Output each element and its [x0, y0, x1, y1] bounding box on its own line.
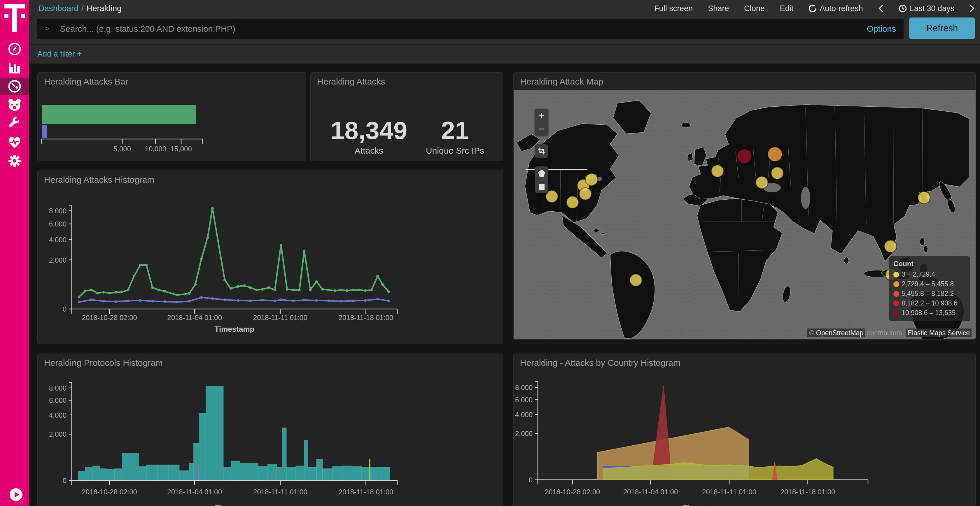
bear-icon	[7, 98, 22, 112]
clone-button[interactable]: Clone	[744, 4, 765, 13]
sidebar-collapse-button[interactable]	[10, 488, 22, 501]
svg-text:0: 0	[529, 476, 533, 484]
svg-text:6,000: 6,000	[49, 220, 67, 228]
metric-label: Unique Src IPs	[418, 146, 492, 155]
svg-text:8,000: 8,000	[49, 207, 67, 215]
auto-refresh-button[interactable]: Auto-refresh	[808, 4, 863, 13]
panel-protocols-histogram: Heralding Protocols Histogram 02,0004,00…	[37, 354, 503, 506]
elastic-maps-service-link[interactable]: Elastic Maps Service	[906, 328, 972, 337]
legend-item[interactable]: 2,729.4 – 5,455.8	[893, 279, 966, 289]
svg-text:6,000: 6,000	[49, 397, 67, 404]
svg-text:2018-11-04 01:00: 2018-11-04 01:00	[167, 314, 222, 322]
kibana-dashboard: Dashboard/Heralding Full screen Share Cl…	[0, 0, 980, 506]
sidebar-item-dashboard[interactable]	[0, 78, 29, 95]
sidebar-item-tpot[interactable]	[0, 97, 29, 113]
map-draw-polygon-button[interactable]	[535, 167, 548, 180]
telekom-logo[interactable]	[5, 4, 25, 33]
plus-icon: +	[77, 49, 82, 58]
svg-text:2018-10-28 02:00: 2018-10-28 02:00	[82, 488, 137, 496]
sidebar-item-monitoring[interactable]	[0, 134, 29, 151]
attack-location-marker	[756, 176, 768, 189]
svg-text:2018-11-11 01:00: 2018-11-11 01:00	[702, 488, 756, 496]
refresh-button[interactable]: Refresh	[909, 17, 975, 39]
play-circle-icon	[10, 488, 22, 501]
panel-title: Heralding Attacks Bar	[44, 77, 128, 87]
gear-icon	[8, 154, 21, 168]
sidebar-item-management[interactable]	[0, 152, 29, 169]
share-button[interactable]: Share	[708, 4, 729, 13]
map-fit-bounds-button[interactable]	[535, 144, 548, 158]
legend-item[interactable]: 8,182.2 – 10,908.6	[893, 298, 966, 308]
svg-text:Timestamp: Timestamp	[215, 325, 255, 333]
svg-text:5,000: 5,000	[113, 145, 131, 153]
attack-location-marker	[711, 165, 724, 177]
svg-text:Timestamp: Timestamp	[215, 504, 255, 506]
attack-location-marker	[630, 274, 642, 286]
panel-title: Heralding Attacks	[317, 77, 385, 87]
svg-text:6,000: 6,000	[515, 396, 533, 404]
metric-unique-src-ips: 21 Unique Src IPs	[418, 118, 492, 155]
legend-label: 5,455.8 – 8,182.2	[902, 290, 954, 298]
search-input[interactable]	[59, 24, 867, 34]
attack-location-marker	[566, 196, 579, 208]
time-range-picker[interactable]: Last 30 days	[899, 4, 955, 13]
sidebar-item-visualize[interactable]	[0, 59, 29, 76]
chevron-left-icon	[878, 5, 883, 13]
panel-attacks-metric: Heralding Attacks 18,349 Attacks 21 Uniq…	[310, 72, 503, 161]
country-histogram-chart: 02,0004,0006,0008,0002018-10-28 02:00201…	[514, 354, 975, 506]
legend-item[interactable]: 10,908.6 – 13,635	[893, 308, 966, 318]
map-draw-rectangle-button[interactable]	[535, 180, 548, 193]
attack-location-marker	[885, 240, 897, 252]
panel-attacks-bar: Heralding Attacks Bar 5,00010,00015,000 …	[37, 72, 306, 161]
world-map[interactable]: + −	[514, 90, 975, 339]
svg-text:8,000: 8,000	[515, 384, 533, 392]
svg-text:2018-11-04 01:00: 2018-11-04 01:00	[167, 488, 222, 496]
svg-text:15,000: 15,000	[170, 145, 192, 153]
query-bar: >_ Options Refresh	[29, 17, 980, 44]
panel-attack-map: Heralding Attack Map + −	[513, 72, 975, 339]
svg-text:2018-10-28 02:00: 2018-10-28 02:00	[545, 488, 600, 496]
bar-chart-icon	[8, 61, 21, 75]
attack-location-marker	[737, 149, 752, 163]
panel-title: Heralding Attacks Histogram	[44, 175, 154, 185]
metric-value: 18,349	[320, 118, 418, 143]
legend-label: 2,729.4 – 5,455.8	[902, 280, 954, 288]
metric-attacks: 18,349 Attacks	[320, 118, 418, 155]
time-forward-button[interactable]	[969, 5, 975, 13]
map-zoom-out-button[interactable]: −	[535, 122, 548, 136]
full-screen-button[interactable]: Full screen	[654, 4, 693, 13]
svg-text:2018-10-28 02:00: 2018-10-28 02:00	[82, 314, 137, 322]
svg-text:2018-11-18 01:00: 2018-11-18 01:00	[781, 488, 835, 496]
panel-title: Heralding - Attacks by Country Histogram	[520, 358, 681, 368]
svg-text:0: 0	[63, 477, 67, 484]
breadcrumb-current: Heralding	[87, 4, 122, 13]
time-back-button[interactable]	[878, 5, 883, 13]
openstreetmap-link[interactable]: OpenStreetMap	[816, 329, 863, 337]
square-icon	[538, 183, 546, 190]
sidebar	[0, 0, 29, 506]
breadcrumb-separator: /	[78, 4, 87, 13]
svg-text:8,000: 8,000	[49, 384, 67, 392]
legend-item[interactable]: 3 – 2,729.4	[893, 270, 966, 279]
sidebar-item-devtools[interactable]	[0, 115, 29, 132]
top-navigation-bar: Dashboard/Heralding Full screen Share Cl…	[29, 0, 980, 17]
map-controls: + −	[535, 109, 548, 202]
svg-text:2018-11-18 01:00: 2018-11-18 01:00	[339, 488, 393, 496]
crop-icon	[538, 147, 546, 155]
edit-button[interactable]: Edit	[780, 4, 794, 13]
clock-icon	[899, 5, 907, 13]
attack-location-marker	[585, 173, 598, 186]
breadcrumb-dashboard-link[interactable]: Dashboard	[38, 4, 78, 13]
legend-item[interactable]: 5,455.8 – 8,182.2	[893, 289, 966, 298]
terminal-prompt-icon: >_	[37, 24, 59, 33]
legend-color-dot	[893, 300, 899, 306]
map-zoom-in-button[interactable]: +	[535, 109, 548, 122]
metric-value: 21	[418, 118, 492, 143]
map-attribution: © OpenStreetMap contributors, Elastic Ma…	[807, 329, 972, 337]
svg-text:2,000: 2,000	[49, 256, 67, 264]
attack-location-marker	[918, 192, 930, 204]
sidebar-item-discover[interactable]	[0, 41, 29, 57]
top-actions: Full screen Share Clone Edit Auto-refres…	[654, 0, 975, 17]
options-link[interactable]: Options	[867, 24, 904, 34]
add-filter-button[interactable]: Add a filter +	[37, 49, 82, 59]
